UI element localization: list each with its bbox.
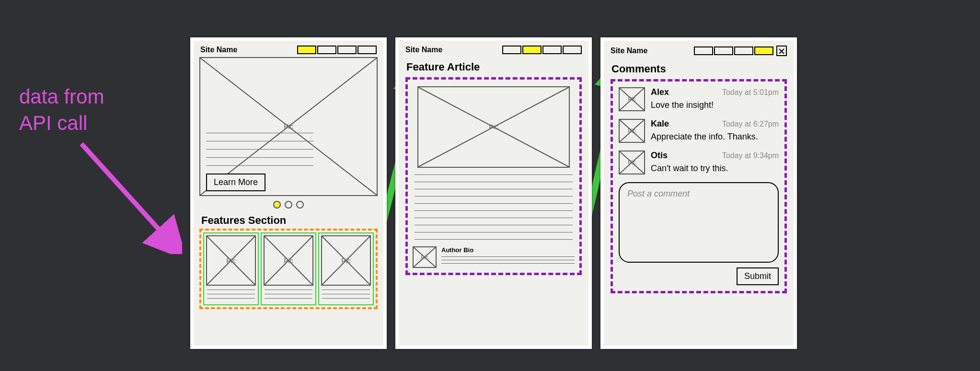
nav-tab-2[interactable] <box>522 46 542 54</box>
placeholder-line <box>207 298 255 299</box>
comment-compose-input[interactable]: Post a comment <box>619 182 779 263</box>
article-image-placeholder: Pic <box>417 86 570 168</box>
nav-tab-1[interactable] <box>502 46 521 54</box>
pager-dot-3[interactable] <box>296 201 304 209</box>
placeholder-line <box>265 294 312 294</box>
pic-label: Pic <box>421 255 428 260</box>
pic-label: Pic <box>628 96 636 103</box>
placeholder-line <box>206 133 313 133</box>
feature-card[interactable]: Pic <box>203 232 259 305</box>
features-section-title: Features Section <box>194 210 383 229</box>
pager-dot-1[interactable] <box>273 201 281 209</box>
site-name: Site Name <box>405 46 442 54</box>
pic-label: Pic <box>226 257 235 265</box>
placeholder-line <box>322 290 370 290</box>
placeholder-line <box>206 149 313 150</box>
pic-label: Pic <box>284 257 293 265</box>
placeholder-line <box>265 290 312 290</box>
comments-api-region: Pic Alex Today at 5:01pm Love the insigh… <box>611 79 787 293</box>
comment-body: Love the insight! <box>651 100 779 110</box>
placeholder-line <box>415 174 573 175</box>
carousel-pager <box>194 201 383 210</box>
feature-card[interactable]: Pic <box>318 232 374 305</box>
comment-avatar-placeholder: Pic <box>619 87 645 111</box>
nav-tabs <box>694 46 787 56</box>
comment-body: Appreciate the info. Thanks. <box>651 132 779 142</box>
nav-tab-2[interactable] <box>714 46 733 55</box>
comments-title: Comments <box>604 59 794 77</box>
placeholder-line <box>415 225 573 225</box>
nav-tab-4[interactable] <box>563 46 582 54</box>
features-api-region: Pic Pic Pic <box>199 229 378 309</box>
placeholder-line <box>441 256 575 257</box>
placeholder-line <box>415 203 573 204</box>
article-title: Feature Article <box>399 57 588 75</box>
comment-avatar-placeholder: Pic <box>619 119 645 143</box>
placeholder-line <box>415 210 573 211</box>
comment-item: Pic Otis Today at 9:34pm Can't wait to t… <box>619 151 779 174</box>
placeholder-line <box>441 260 575 260</box>
comment-avatar-placeholder: Pic <box>619 151 645 174</box>
nav-tab-1[interactable] <box>297 46 316 54</box>
submit-button[interactable]: Submit <box>737 267 779 285</box>
nav-tab-3[interactable] <box>542 46 562 54</box>
comment-author: Alex <box>651 87 669 97</box>
pic-label: Pic <box>628 128 636 134</box>
placeholder-line <box>206 141 313 141</box>
comment-item: Pic Kale Today at 6:27pm Appreciate the … <box>619 119 779 143</box>
placeholder-line <box>206 157 313 158</box>
pic-label: Pic <box>489 123 498 131</box>
feature-image-placeholder: Pic <box>206 235 256 286</box>
learn-more-button[interactable]: Learn More <box>206 174 265 191</box>
author-bio-label: Author Bio <box>441 246 575 254</box>
nav-tab-4[interactable] <box>754 46 773 55</box>
feature-image-placeholder: Pic <box>321 235 371 286</box>
placeholder-line <box>322 298 370 299</box>
wireframe-article-screen: Site Name Feature Article Pic Pic <box>395 37 592 349</box>
hero-section: Pic Learn More <box>199 57 378 196</box>
article-api-region: Pic Pic Author Bio <box>405 77 582 275</box>
pic-label: Pic <box>341 257 350 265</box>
wireframe-comments-screen: Site Name Comments Pic Alex Today at 5:0… <box>600 37 797 349</box>
author-image-placeholder: Pic <box>413 246 437 268</box>
nav-tab-4[interactable] <box>357 46 377 54</box>
placeholder-line <box>206 165 313 166</box>
comment-author: Kale <box>651 119 669 129</box>
placeholder-line <box>265 298 312 299</box>
placeholder-line <box>415 196 573 197</box>
nav-tab-3[interactable] <box>337 46 357 54</box>
pager-dot-2[interactable] <box>285 201 292 209</box>
comment-time: Today at 6:27pm <box>722 120 779 128</box>
feature-image-placeholder: Pic <box>264 235 313 286</box>
placeholder-line <box>207 294 255 294</box>
placeholder-line <box>322 294 370 294</box>
placeholder-line <box>441 263 575 264</box>
placeholder-line <box>415 182 573 182</box>
compose-placeholder: Post a comment <box>627 189 690 198</box>
placeholder-line <box>415 189 573 189</box>
comment-author: Otis <box>651 151 668 161</box>
site-name: Site Name <box>200 46 237 54</box>
comment-body: Can't wait to try this. <box>651 163 779 174</box>
comment-item: Pic Alex Today at 5:01pm Love the insigh… <box>619 87 779 111</box>
placeholder-line <box>415 218 573 218</box>
nav-tab-3[interactable] <box>734 46 753 55</box>
close-icon[interactable] <box>776 46 787 56</box>
placeholder-line <box>207 290 255 290</box>
nav-tabs <box>297 46 377 54</box>
placeholder-line <box>415 232 573 232</box>
comment-time: Today at 5:01pm <box>722 88 779 97</box>
comment-time: Today at 9:34pm <box>722 151 779 160</box>
wireframe-home-screen: Site Name Pic Learn More Feat <box>190 37 387 349</box>
nav-tab-1[interactable] <box>694 46 713 55</box>
pic-label: Pic <box>628 159 636 166</box>
feature-card[interactable]: Pic <box>261 232 316 305</box>
placeholder-line <box>415 239 573 240</box>
annotation-label: data from API call <box>19 84 104 136</box>
nav-tabs <box>502 46 582 54</box>
nav-tab-2[interactable] <box>317 46 336 54</box>
author-bio-row: Pic Author Bio <box>413 246 575 268</box>
site-name: Site Name <box>611 46 647 55</box>
annotation-arrow <box>81 144 173 244</box>
